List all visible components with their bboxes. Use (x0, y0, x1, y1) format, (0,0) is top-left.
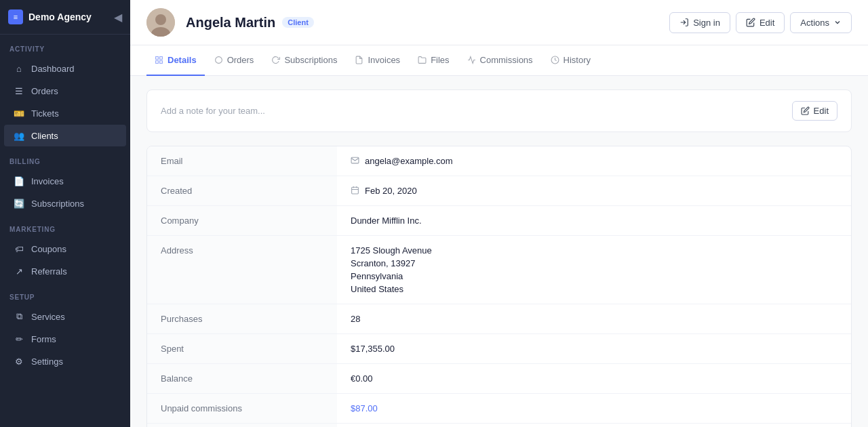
label-spent: Spent (147, 334, 337, 363)
edit-icon (746, 18, 755, 27)
topbar: Angela Martin Client Sign in Edit Action… (130, 0, 868, 45)
details-table: Email angela@example.com Created Feb 20,… (146, 146, 852, 427)
sign-in-button[interactable]: Sign in (669, 12, 730, 33)
note-edit-icon (801, 106, 810, 115)
clock-icon (551, 56, 559, 64)
sidebar-item-label: Clients (31, 131, 58, 141)
tab-orders[interactable]: Orders (206, 45, 262, 76)
sign-in-icon (679, 18, 689, 27)
tab-history[interactable]: History (542, 45, 599, 76)
tab-subscriptions[interactable]: Subscriptions (263, 45, 345, 76)
label-balance: Balance (147, 364, 337, 393)
value-purchases: 28 (337, 304, 851, 333)
client-name: Angela Martin (186, 15, 275, 30)
value-company: Dunder Mifflin Inc. (337, 206, 851, 235)
detail-row-stripe-id: Stripe customer ID cus_NXeVPUQIEBYrf6 (147, 424, 851, 427)
sidebar-item-coupons[interactable]: 🏷 Coupons (4, 238, 126, 260)
section-label-marketing: MARKETING (0, 215, 130, 237)
commissions-icon (467, 56, 476, 64)
mail-icon (351, 156, 359, 165)
subscriptions-icon (271, 56, 280, 64)
section-label-activity: ACTIVITY (0, 35, 130, 57)
section-label-setup: SETUP (0, 283, 130, 305)
sidebar-item-subscriptions[interactable]: 🔄 Subscriptions (4, 192, 126, 214)
sidebar-item-label: Tickets (31, 108, 59, 119)
sidebar-item-label: Subscriptions (31, 199, 84, 209)
tab-files[interactable]: Files (410, 45, 457, 76)
file-icon: 📄 (14, 176, 24, 186)
refresh-icon: 🔄 (14, 198, 24, 209)
sidebar-nav: ACTIVITY ⌂ Dashboard ☰ Orders 🎫 Tickets … (0, 35, 130, 427)
detail-row-spent: Spent $17,355.00 (147, 334, 851, 364)
brand-logo: ≡ Demo Agency (8, 9, 92, 24)
sidebar-item-label: Coupons (31, 244, 66, 254)
sidebar-item-label: Forms (31, 334, 56, 344)
logo-icon: ≡ (8, 9, 23, 24)
value-spent: $17,355.00 (337, 334, 851, 363)
sidebar-item-referrals[interactable]: ↗ Referrals (4, 260, 126, 282)
sidebar-item-forms[interactable]: ✏ Forms (4, 328, 126, 350)
share-icon: ↗ (14, 266, 24, 277)
calendar-icon (351, 186, 359, 195)
sidebar-item-dashboard[interactable]: ⌂ Dashboard (4, 58, 126, 79)
value-stripe-id: cus_NXeVPUQIEBYrf6 (337, 424, 851, 427)
detail-row-email: Email angela@example.com (147, 146, 851, 176)
detail-row-unpaid-commissions: Unpaid commissions $87.00 (147, 394, 851, 424)
label-created: Created (147, 176, 337, 205)
folder-icon (418, 56, 427, 64)
sidebar-item-tickets[interactable]: 🎫 Tickets (4, 102, 126, 124)
detail-row-company: Company Dunder Mifflin Inc. (147, 206, 851, 236)
tab-details[interactable]: Details (146, 45, 205, 76)
svg-rect-9 (352, 187, 359, 194)
ticket-icon: 🎫 (14, 108, 24, 119)
sidebar-header: ≡ Demo Agency ◀ (0, 0, 130, 35)
layers-icon: ⧉ (14, 311, 24, 322)
value-unpaid-commissions[interactable]: $87.00 (337, 394, 851, 423)
value-email: angela@example.com (337, 146, 851, 176)
grid-icon (155, 56, 163, 64)
label-email: Email (147, 146, 337, 176)
note-edit-button[interactable]: Edit (792, 101, 837, 121)
tab-commissions[interactable]: Commissions (459, 45, 541, 76)
svg-point-7 (215, 57, 222, 64)
value-address: 1725 Slough Avenue Scranton, 13927 Penns… (337, 236, 851, 304)
sidebar-item-services[interactable]: ⧉ Services (4, 306, 126, 327)
sidebar-item-invoices[interactable]: 📄 Invoices (4, 170, 126, 192)
sidebar-item-label: Referrals (31, 266, 67, 277)
tabs-bar: Details Orders Subscriptions Invoices Fi… (130, 45, 868, 76)
note-placeholder[interactable]: Add a note for your team... (161, 106, 265, 116)
sidebar-item-label: Invoices (31, 176, 64, 186)
actions-button[interactable]: Actions (790, 12, 852, 33)
avatar (146, 8, 175, 37)
sidebar-item-label: Orders (31, 86, 58, 96)
sidebar-item-label: Services (31, 312, 65, 322)
sidebar-item-orders[interactable]: ☰ Orders (4, 80, 126, 102)
label-unpaid-commissions: Unpaid commissions (147, 394, 337, 423)
collapse-button[interactable]: ◀ (114, 11, 122, 24)
gear-icon: ⚙ (14, 356, 24, 367)
tab-invoices[interactable]: Invoices (347, 45, 408, 76)
sidebar-item-clients[interactable]: 👥 Clients (4, 125, 126, 146)
svg-point-1 (155, 14, 166, 25)
client-badge: Client (282, 17, 314, 28)
client-name-area: Angela Martin Client (186, 15, 314, 30)
chevron-down-icon (833, 18, 842, 26)
home-icon: ⌂ (14, 63, 24, 74)
detail-row-balance: Balance €0.00 (147, 364, 851, 394)
sidebar-item-settings[interactable]: ⚙ Settings (4, 350, 126, 372)
edit-button[interactable]: Edit (736, 12, 785, 33)
invoices-icon (355, 56, 363, 64)
detail-row-created: Created Feb 20, 2020 (147, 176, 851, 206)
label-stripe-id: Stripe customer ID (147, 424, 337, 427)
svg-rect-6 (156, 61, 159, 64)
detail-row-purchases: Purchases 28 (147, 304, 851, 334)
orders-icon (214, 56, 223, 64)
note-area: Add a note for your team... Edit (146, 89, 852, 132)
topbar-actions: Sign in Edit Actions (669, 12, 852, 33)
users-icon: 👥 (14, 130, 24, 141)
value-balance: €0.00 (337, 364, 851, 393)
section-label-billing: BILLING (0, 147, 130, 169)
edit-icon: ✏ (14, 333, 24, 344)
svg-rect-3 (156, 57, 159, 60)
content-area: Add a note for your team... Edit Email a… (130, 76, 868, 427)
